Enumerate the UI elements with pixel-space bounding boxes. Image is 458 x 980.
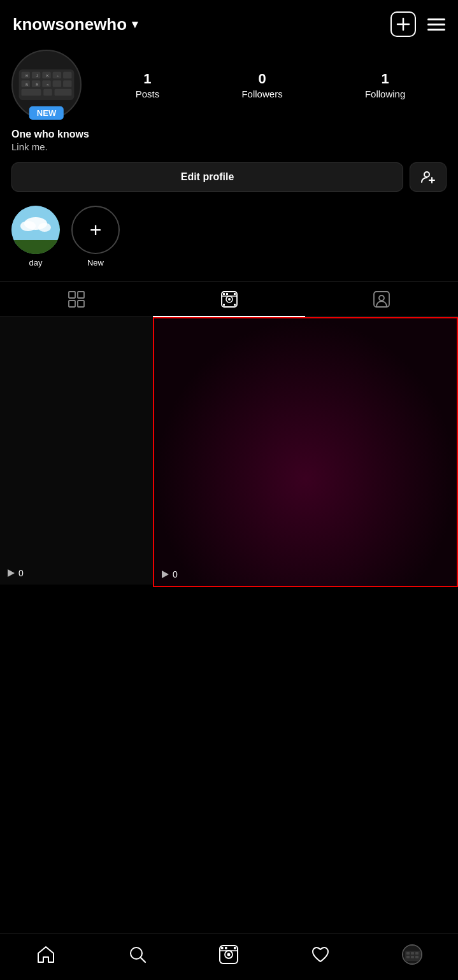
svg-point-39 xyxy=(228,298,231,301)
nav-reels[interactable] xyxy=(210,942,248,967)
svg-point-30 xyxy=(38,223,51,232)
reel-thumbnail-left: 0 xyxy=(0,317,153,585)
story-day-image xyxy=(11,206,60,254)
edit-profile-button[interactable]: Edit profile xyxy=(11,162,403,192)
bottom-navigation xyxy=(0,934,458,980)
svg-rect-43 xyxy=(234,293,236,295)
svg-rect-36 xyxy=(78,301,84,307)
header-actions xyxy=(390,11,445,37)
nav-search[interactable] xyxy=(118,942,157,967)
svg-marker-48 xyxy=(8,569,15,577)
chevron-down-icon: ▾ xyxy=(132,17,138,31)
followers-count: 0 xyxy=(258,71,266,87)
reels-content: 0 0 xyxy=(0,317,458,587)
nav-activity[interactable] xyxy=(301,942,340,967)
story-label-day: day xyxy=(29,258,43,267)
view-number-right: 0 xyxy=(173,569,178,579)
following-label: Following xyxy=(365,89,405,99)
content-tabs xyxy=(0,281,458,317)
story-circle-day xyxy=(11,206,60,254)
search-icon xyxy=(128,945,147,964)
avatar-wrap: H J K ← N M < NEW xyxy=(11,50,82,120)
profile-bio: Link me. xyxy=(11,141,447,152)
svg-rect-42 xyxy=(226,293,228,295)
view-number-left: 0 xyxy=(18,568,24,578)
svg-rect-63 xyxy=(415,952,419,955)
svg-rect-35 xyxy=(69,301,75,307)
svg-rect-45 xyxy=(234,304,236,306)
followers-label: Followers xyxy=(241,89,282,99)
profile-name: One who knows xyxy=(11,129,447,140)
svg-rect-65 xyxy=(411,956,414,958)
svg-rect-61 xyxy=(406,952,410,955)
heart-icon xyxy=(311,945,330,964)
tab-tagged[interactable] xyxy=(305,282,458,316)
svg-text:N: N xyxy=(25,83,28,87)
svg-rect-32 xyxy=(11,240,60,254)
play-icon xyxy=(161,570,169,579)
home-icon xyxy=(36,945,55,964)
reels-icon xyxy=(221,291,238,308)
svg-text:←: ← xyxy=(57,74,59,78)
svg-rect-64 xyxy=(406,956,410,958)
new-post-button[interactable] xyxy=(390,11,416,37)
svg-marker-49 xyxy=(162,571,169,578)
view-count-left: 0 xyxy=(6,568,24,578)
hamburger-line xyxy=(427,29,445,31)
svg-rect-13 xyxy=(63,80,71,87)
tagged-icon xyxy=(373,291,390,308)
stories-row: day + New xyxy=(0,192,458,274)
story-item-day[interactable]: day xyxy=(11,206,60,267)
svg-rect-15 xyxy=(43,89,52,96)
svg-rect-41 xyxy=(223,293,225,295)
svg-point-29 xyxy=(20,221,36,231)
hamburger-line xyxy=(427,18,445,20)
stat-followers[interactable]: 0 Followers xyxy=(241,71,282,99)
story-item-new[interactable]: + New xyxy=(71,206,120,267)
reel-item-left[interactable]: 0 xyxy=(0,317,153,587)
svg-rect-56 xyxy=(221,947,224,949)
add-person-button[interactable] xyxy=(410,162,447,192)
action-row: Edit profile xyxy=(11,162,447,192)
svg-text:H: H xyxy=(25,74,28,78)
play-icon xyxy=(6,569,15,578)
svg-rect-44 xyxy=(223,304,225,306)
svg-point-47 xyxy=(379,295,384,301)
plus-icon: + xyxy=(90,220,102,240)
svg-rect-62 xyxy=(411,952,414,955)
tab-reels[interactable] xyxy=(153,282,306,316)
nav-home[interactable] xyxy=(27,942,65,967)
reel-thumbnail-right: 0 xyxy=(154,318,457,586)
grid-icon xyxy=(68,291,85,308)
svg-rect-14 xyxy=(21,89,41,96)
username-area[interactable]: knowsonewho ▾ xyxy=(13,15,138,34)
hamburger-line xyxy=(427,24,445,25)
svg-line-51 xyxy=(141,958,145,962)
stats-row: 1 Posts 0 Followers 1 Following xyxy=(94,71,447,99)
reel-thumb-bg xyxy=(154,318,457,586)
svg-rect-8 xyxy=(63,72,71,79)
svg-text:M: M xyxy=(36,83,39,87)
svg-text:K: K xyxy=(47,74,49,78)
view-count-right: 0 xyxy=(161,569,178,579)
add-person-icon xyxy=(420,169,436,185)
following-count: 1 xyxy=(382,71,389,87)
username-text: knowsonewho xyxy=(13,15,127,34)
nav-profile[interactable] xyxy=(393,942,431,967)
story-new-circle: + xyxy=(71,206,120,254)
svg-rect-16 xyxy=(55,89,72,96)
svg-rect-58 xyxy=(234,947,236,949)
stat-posts[interactable]: 1 Posts xyxy=(136,71,160,99)
svg-text:J: J xyxy=(36,74,38,78)
reel-item-right[interactable]: 0 xyxy=(153,317,458,587)
svg-point-54 xyxy=(227,953,231,956)
profile-section: H J K ← N M < NEW 1 Posts 0 Followers xyxy=(0,43,458,192)
svg-rect-34 xyxy=(78,292,84,298)
stat-following[interactable]: 1 Following xyxy=(365,71,405,99)
posts-label: Posts xyxy=(136,89,160,99)
new-badge: NEW xyxy=(29,106,64,120)
tab-grid[interactable] xyxy=(0,282,153,316)
menu-button[interactable] xyxy=(427,18,445,31)
plus-icon xyxy=(396,17,410,31)
profile-top: H J K ← N M < NEW 1 Posts 0 Followers xyxy=(11,50,447,120)
